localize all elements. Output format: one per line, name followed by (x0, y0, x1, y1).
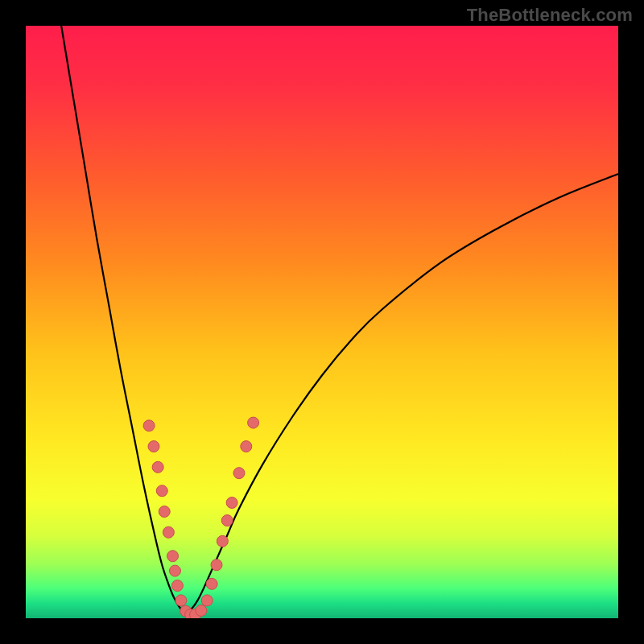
data-dot (201, 595, 213, 606)
watermark-text: TheBottleneck.com (467, 5, 633, 26)
data-dot (233, 468, 245, 479)
data-dot (196, 605, 207, 616)
data-dot (248, 417, 259, 428)
curve-right (186, 174, 618, 613)
chart-container: TheBottleneck.com (0, 0, 644, 644)
data-dot (221, 515, 233, 526)
data-dot (163, 526, 174, 538)
data-dot (171, 580, 183, 592)
data-dot (169, 565, 180, 576)
data-dot (226, 497, 237, 508)
data-dot (148, 441, 159, 452)
data-dot (211, 559, 222, 571)
data-dot (175, 595, 187, 606)
data-dots (143, 417, 259, 618)
data-dot (143, 420, 155, 431)
data-dot (159, 506, 170, 518)
data-dot (217, 535, 228, 547)
data-dot (206, 578, 217, 589)
data-dot (241, 441, 252, 452)
plot-area (26, 26, 618, 618)
data-dot (152, 461, 163, 473)
data-dot (156, 485, 167, 497)
data-dot (167, 551, 179, 562)
curve-left (61, 26, 186, 613)
curves-layer (26, 26, 618, 618)
